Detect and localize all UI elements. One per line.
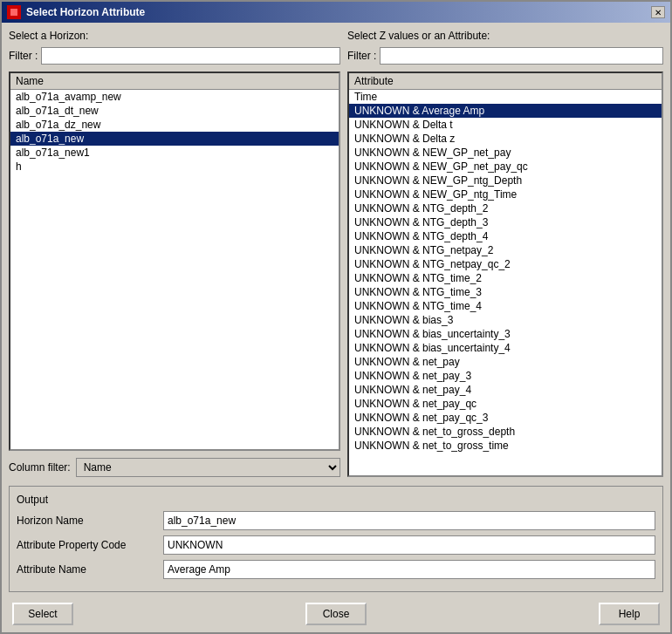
list-item[interactable]: UNKNOWN & NTG_netpay_2: [349, 243, 662, 257]
output-horizon-row: Horizon Name: [17, 511, 655, 530]
list-item[interactable]: Time: [349, 90, 662, 104]
list-item[interactable]: UNKNOWN & NTG_depth_4: [349, 229, 662, 243]
list-item[interactable]: UNKNOWN & NTG_depth_3: [349, 215, 662, 229]
help-button[interactable]: Help: [599, 603, 660, 625]
window-title: Select Horizon Attribute: [26, 6, 145, 18]
select-button[interactable]: Select: [12, 603, 73, 625]
left-filter-input[interactable]: [41, 47, 340, 65]
list-item[interactable]: UNKNOWN & net_pay: [349, 355, 662, 369]
list-item[interactable]: UNKNOWN & net_pay_3: [349, 369, 662, 383]
list-item[interactable]: UNKNOWN & net_pay_qc_3: [349, 411, 662, 425]
list-item[interactable]: UNKNOWN & net_pay_4: [349, 383, 662, 397]
output-attr-prop-label: Attribute Property Code: [17, 539, 156, 551]
column-filter-select[interactable]: Name: [76, 458, 340, 477]
list-item[interactable]: UNKNOWN & NEW_GP_ntg_Depth: [349, 174, 662, 187]
left-list-header: Name: [10, 73, 339, 90]
left-filter-row: Filter :: [9, 47, 340, 65]
right-list-header: Attribute: [349, 73, 662, 90]
output-section: Output Horizon Name Attribute Property C…: [9, 486, 663, 592]
output-attr-name-input[interactable]: [163, 560, 655, 579]
main-window: Select Horizon Attribute ✕ Select a Hori…: [0, 0, 672, 634]
list-item[interactable]: alb_o71a_dt_new: [10, 104, 339, 118]
list-item[interactable]: UNKNOWN & NTG_depth_2: [349, 201, 662, 215]
output-horizon-input[interactable]: [163, 511, 655, 530]
right-filter-row: Filter :: [347, 47, 663, 65]
list-item[interactable]: alb_o71a_new: [10, 132, 339, 146]
output-horizon-label: Horizon Name: [17, 515, 156, 527]
app-icon: [7, 5, 21, 19]
list-item[interactable]: UNKNOWN & Average Amp: [349, 104, 662, 118]
list-item[interactable]: UNKNOWN & NEW_GP_ntg_Time: [349, 187, 662, 201]
list-item[interactable]: UNKNOWN & NEW_GP_net_pay: [349, 146, 662, 160]
right-panel-label: Select Z values or an Attribute:: [347, 30, 663, 42]
list-item[interactable]: alb_o71a_new1: [10, 146, 339, 160]
title-bar-left: Select Horizon Attribute: [7, 5, 145, 19]
title-bar: Select Horizon Attribute ✕: [2, 2, 670, 23]
list-item[interactable]: UNKNOWN & NTG_time_4: [349, 299, 662, 313]
button-row: Select Close Help: [9, 603, 663, 625]
left-list-items: alb_o71a_avamp_newalb_o71a_dt_newalb_o71…: [10, 90, 339, 174]
left-filter-label: Filter :: [9, 50, 38, 62]
right-filter-input[interactable]: [380, 47, 663, 65]
left-panel: Select a Horizon: Filter : Name alb_o71a…: [9, 30, 340, 477]
list-item[interactable]: UNKNOWN & net_to_gross_depth: [349, 425, 662, 439]
list-item[interactable]: UNKNOWN & bias_uncertainty_3: [349, 327, 662, 341]
list-item[interactable]: UNKNOWN & net_pay_qc: [349, 397, 662, 411]
list-item[interactable]: UNKNOWN & NTG_time_2: [349, 271, 662, 285]
svg-rect-1: [10, 9, 17, 16]
list-item[interactable]: alb_o71a_avamp_new: [10, 90, 339, 104]
left-list-container: Name alb_o71a_avamp_newalb_o71a_dt_newal…: [9, 72, 340, 451]
list-item[interactable]: UNKNOWN & NTG_time_3: [349, 285, 662, 299]
list-item[interactable]: UNKNOWN & Delta z: [349, 132, 662, 146]
right-list-wrapper: Attribute TimeUNKNOWN & Average AmpUNKNO…: [347, 72, 663, 477]
list-item[interactable]: UNKNOWN & NTG_netpay_qc_2: [349, 257, 662, 271]
list-item[interactable]: h: [10, 160, 339, 174]
content-area: Select a Horizon: Filter : Name alb_o71a…: [2, 23, 670, 632]
list-item[interactable]: UNKNOWN & Delta t: [349, 118, 662, 132]
left-panel-label: Select a Horizon:: [9, 30, 340, 42]
close-button[interactable]: ✕: [651, 6, 665, 18]
column-filter-label: Column filter:: [9, 461, 71, 474]
output-attr-name-label: Attribute Name: [17, 563, 156, 576]
column-filter-row: Column filter: Name: [9, 458, 340, 477]
close-button-bottom[interactable]: Close: [305, 603, 367, 625]
right-list-items: TimeUNKNOWN & Average AmpUNKNOWN & Delta…: [349, 90, 662, 453]
list-item[interactable]: UNKNOWN & net_to_gross_time: [349, 439, 662, 453]
list-item[interactable]: UNKNOWN & NEW_GP_net_pay_qc: [349, 160, 662, 174]
output-title: Output: [17, 494, 655, 506]
output-attr-name-row: Attribute Name: [17, 560, 655, 579]
right-panel: Select Z values or an Attribute: Filter …: [347, 30, 663, 477]
right-filter-label: Filter :: [347, 50, 376, 62]
top-section: Select a Horizon: Filter : Name alb_o71a…: [9, 30, 663, 477]
list-item[interactable]: UNKNOWN & bias_3: [349, 313, 662, 327]
list-item[interactable]: alb_o71a_dz_new: [10, 118, 339, 132]
right-list-scroll[interactable]: TimeUNKNOWN & Average AmpUNKNOWN & Delta…: [349, 90, 662, 475]
output-attr-prop-input[interactable]: [163, 535, 655, 555]
output-attr-prop-row: Attribute Property Code: [17, 535, 655, 555]
list-item[interactable]: UNKNOWN & bias_uncertainty_4: [349, 341, 662, 355]
